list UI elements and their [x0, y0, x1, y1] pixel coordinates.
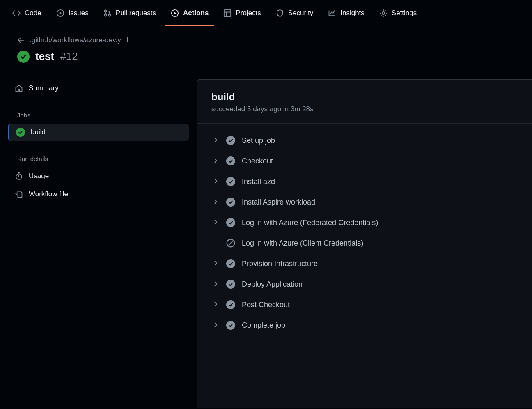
sidebar-usage[interactable]: Usage: [8, 167, 189, 185]
skip-icon: [226, 239, 235, 248]
graph-icon: [328, 9, 336, 17]
check-circle-icon: [226, 259, 235, 268]
divider: [8, 103, 189, 103]
steps-list: Set up jobCheckoutInstall azdInstall Asp…: [197, 124, 532, 342]
run-title: test #12: [17, 50, 519, 63]
run-details-section-label: Run details: [8, 153, 189, 167]
check-circle-icon: [226, 280, 235, 289]
svg-point-2: [104, 10, 106, 12]
step-label: Post Checkout: [242, 301, 290, 309]
step-row[interactable]: Log in with Azure (Federated Credentials…: [206, 212, 524, 233]
step-label: Log in with Azure (Federated Credentials…: [242, 218, 378, 227]
check-circle-icon: [226, 218, 235, 227]
project-icon: [223, 9, 232, 17]
run-number: #12: [60, 50, 78, 63]
step-label: Install Aspire workload: [242, 198, 315, 207]
step-label: Log in with Azure (Client Credentials): [242, 239, 363, 248]
nav-actions[interactable]: Actions: [165, 0, 214, 26]
job-title: build: [211, 91, 518, 103]
nav-insights[interactable]: Insights: [322, 0, 370, 26]
arrow-left-icon: [17, 37, 25, 44]
sidebar-workflow-file[interactable]: Workflow file: [8, 185, 189, 203]
job-header: build succeeded 5 days ago in 3m 28s: [197, 80, 532, 124]
svg-line-17: [229, 241, 233, 246]
step-row[interactable]: Install azd: [206, 171, 524, 192]
nav-actions-label: Actions: [183, 9, 209, 17]
svg-point-18: [226, 259, 235, 268]
sidebar-job-build[interactable]: build: [8, 124, 189, 141]
chevron-right-icon: [212, 137, 220, 144]
sidebar-usage-label: Usage: [29, 172, 49, 180]
nav-pull-requests-label: Pull requests: [116, 9, 156, 17]
check-circle-icon: [226, 321, 235, 330]
nav-pull-requests[interactable]: Pull requests: [98, 0, 162, 26]
svg-point-9: [16, 128, 25, 137]
chevron-right-icon: [212, 280, 220, 288]
nav-settings-label: Settings: [392, 9, 417, 17]
chevron-right-icon: [212, 198, 220, 206]
nav-code[interactable]: Code: [7, 0, 47, 26]
svg-point-15: [226, 218, 235, 227]
divider: [8, 147, 189, 147]
check-circle-icon: [226, 136, 235, 145]
nav-security[interactable]: Security: [270, 0, 319, 26]
sidebar-job-label: build: [31, 128, 46, 136]
workflow-file-icon: [15, 190, 23, 198]
nav-settings[interactable]: Settings: [374, 0, 422, 26]
home-icon: [15, 84, 23, 92]
svg-point-19: [226, 280, 235, 289]
job-status: succeeded 5 days ago in 3m 28s: [211, 105, 518, 113]
svg-point-8: [17, 51, 30, 63]
check-circle-icon: [226, 300, 235, 309]
svg-point-21: [226, 321, 235, 330]
chevron-right-icon: [212, 219, 220, 226]
jobs-section-label: Jobs: [8, 109, 189, 124]
step-row[interactable]: Set up job: [206, 130, 524, 151]
step-label: Complete job: [242, 321, 285, 330]
gear-icon: [379, 9, 388, 17]
play-icon: [171, 9, 179, 17]
repo-nav: Code Issues Pull requests Actions Projec…: [0, 0, 532, 26]
chevron-right-icon: [212, 157, 220, 165]
check-circle-icon: [226, 177, 235, 186]
step-row[interactable]: Complete job: [206, 315, 524, 335]
nav-code-label: Code: [25, 9, 41, 17]
nav-issues-label: Issues: [69, 9, 89, 17]
sidebar-workflow-file-label: Workflow file: [29, 190, 68, 198]
sidebar: Summary Jobs build Run details Usage Wor…: [0, 79, 197, 408]
svg-point-13: [226, 177, 235, 186]
svg-point-1: [59, 12, 61, 14]
svg-point-7: [382, 11, 385, 14]
step-label: Deploy Application: [242, 280, 303, 289]
step-row[interactable]: Deploy Application: [206, 274, 524, 294]
shield-icon: [276, 9, 284, 17]
step-label: Provision Infrastructure: [242, 260, 318, 268]
nav-insights-label: Insights: [340, 9, 365, 17]
nav-issues[interactable]: Issues: [50, 0, 94, 26]
issue-icon: [56, 9, 64, 17]
svg-point-3: [104, 14, 106, 16]
step-row[interactable]: Provision Infrastructure: [206, 253, 524, 274]
chevron-right-icon: [212, 301, 220, 308]
code-icon: [12, 9, 21, 17]
step-label: Set up job: [242, 136, 275, 145]
breadcrumb-path: .github/workflows/azure-dev.yml: [30, 36, 128, 44]
svg-point-20: [226, 300, 235, 309]
svg-point-4: [108, 14, 110, 16]
nav-projects[interactable]: Projects: [218, 0, 266, 26]
run-header: .github/workflows/azure-dev.yml test #12: [0, 26, 532, 79]
check-circle-icon: [226, 156, 235, 165]
step-row[interactable]: Install Aspire workload: [206, 192, 524, 212]
check-circle-icon: [17, 51, 30, 63]
step-row[interactable]: Checkout: [206, 151, 524, 171]
svg-point-11: [226, 136, 235, 145]
svg-rect-6: [224, 9, 231, 16]
nav-projects-label: Projects: [236, 9, 261, 17]
sidebar-summary[interactable]: Summary: [8, 79, 189, 97]
nav-security-label: Security: [288, 9, 313, 17]
chevron-right-icon: [212, 260, 220, 267]
svg-point-12: [226, 156, 235, 165]
step-row[interactable]: Post Checkout: [206, 294, 524, 315]
step-label: Checkout: [242, 157, 273, 165]
breadcrumb[interactable]: .github/workflows/azure-dev.yml: [17, 36, 519, 44]
